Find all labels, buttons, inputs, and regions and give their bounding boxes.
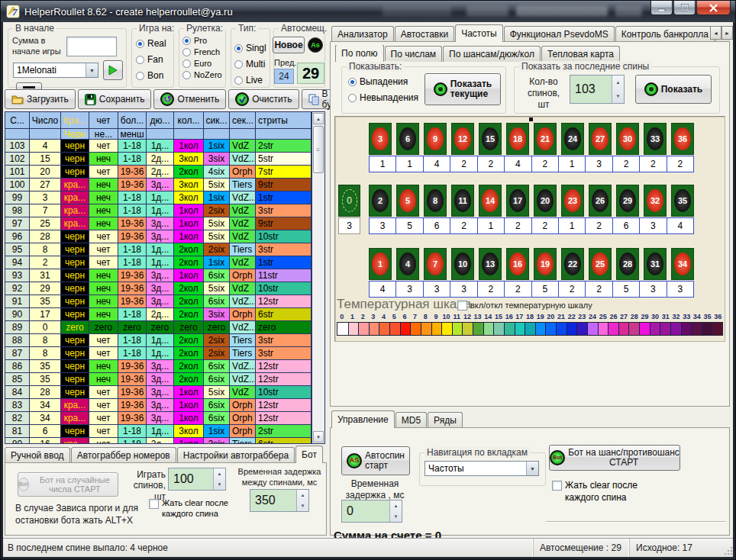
spins-window-spinner[interactable]: 103 ▲▼ xyxy=(570,75,625,104)
table-row[interactable]: 9628чернчет19-363д...1кол5sixVdZ10str xyxy=(5,230,312,243)
temp-scale-checkbox[interactable]: вкл/откл температурную шкалу xyxy=(457,301,592,311)
save-button[interactable]: Сохранить xyxy=(78,89,152,109)
table-row[interactable]: 8635черннеч19-363д...2кол6sixVdZ...12str xyxy=(5,360,312,373)
table-row[interactable]: 10027кра...неч19-363д...3кол5sixTiers9st… xyxy=(5,179,312,191)
bot-clear-checkbox[interactable]: Жать clear послекаждого спина xyxy=(149,498,228,520)
field-count: 4 xyxy=(504,156,531,172)
resize-grip[interactable] xyxy=(723,547,732,556)
start-sum-input[interactable] xyxy=(66,37,117,56)
show-button[interactable]: Показать xyxy=(635,75,712,104)
table-row[interactable]: 9017черннеч1-182д...2кол3sixOrph6str xyxy=(5,308,312,321)
radio-euro[interactable]: Euro xyxy=(182,59,222,68)
radio-multi[interactable]: Multi xyxy=(234,59,266,69)
sub-tab-2[interactable]: По шансам/дюж/кол xyxy=(443,46,541,62)
radio-hits[interactable]: Выпадения xyxy=(348,76,418,87)
main-tab-4[interactable]: Контроль банкролла xyxy=(615,26,715,42)
scrollbar-thumb[interactable]: ≡ xyxy=(313,126,324,173)
table-cell: 19-36 xyxy=(118,179,147,191)
radio-live[interactable]: Live xyxy=(234,75,266,85)
tab-scroll-right-icon[interactable]: ► xyxy=(721,26,733,40)
close-button[interactable] xyxy=(696,1,731,15)
maximize-button[interactable] xyxy=(673,1,696,15)
table-row[interactable]: 8016кра...чет1-182д...1кол3sixTiers6str xyxy=(5,438,312,443)
clear-after-spin-checkbox[interactable]: Жать clear послекаждого спина xyxy=(552,480,638,504)
left-bottom-tab-3[interactable]: Бот xyxy=(295,446,323,463)
table-row[interactable]: 8334кра...чет19-363д...1кол6sixOrph12str xyxy=(5,399,312,412)
temp-scale-label: 33 xyxy=(681,313,692,320)
field-count: 3 xyxy=(667,282,693,297)
sub-tab-3[interactable]: Тепловая карта xyxy=(541,46,620,62)
autospin-start-button[interactable]: AS Автоспинстарт xyxy=(341,446,410,475)
radio-pro[interactable]: Pro xyxy=(182,36,222,45)
bot-random-start-button[interactable]: Bot Бот на случайные числа СТАРТ xyxy=(18,472,118,497)
scroll-up-icon[interactable]: ▲ xyxy=(313,113,324,124)
spin-history-table: С...ЧислоКра...четбол...дю...кол...сик..… xyxy=(5,111,325,444)
profile-combobox[interactable]: 1Melonati ▼ xyxy=(13,63,98,78)
table-cell: 2кол xyxy=(174,282,204,295)
table-row[interactable]: 8234кра...чет19-363д...1кол6sixOrph12str xyxy=(5,412,312,425)
radio-misses[interactable]: Невыпадения xyxy=(348,92,418,103)
table-row[interactable]: 890zerozerozerozerozerozeroVdZ...zero xyxy=(5,321,312,334)
table-header-row-1: С...ЧислоКра...четбол...дю...кол...сик..… xyxy=(5,112,312,129)
table-cell: чет xyxy=(89,140,118,153)
left-bottom-tab-1[interactable]: Автограббер номеров xyxy=(71,447,176,463)
table-row[interactable]: 878чернчет1-181д...2кол2sixTiers3str xyxy=(5,347,312,360)
table-scrollbar[interactable]: ▲ ≡ ▼ xyxy=(312,112,324,443)
radio-real[interactable]: Real xyxy=(136,38,166,49)
table-row[interactable]: 9229черннеч19-363д...2кол5sixVdZ10str xyxy=(5,282,312,295)
spins-count-spinner[interactable]: 100 ▲▼ xyxy=(168,468,226,491)
table-row[interactable]: 993кра...неч1-181д...3кол1sixVdZ...1str xyxy=(5,191,312,204)
table-row[interactable]: 9725кра...неч19-363д...1кол5sixVdZ9str xyxy=(5,217,312,230)
undo-button[interactable]: ↺ Отменить xyxy=(153,89,226,109)
as-icon[interactable]: As xyxy=(308,37,323,53)
clear-button[interactable]: Очистить xyxy=(228,89,299,109)
table-row[interactable]: 10120чернчет19-362д...2кол4sixOrph7str xyxy=(5,166,312,179)
radio-singl[interactable]: Singl xyxy=(234,43,266,53)
table-row[interactable]: 9135черннеч19-363д...2кол6sixVdZ...12str xyxy=(5,295,312,308)
bot-chance-start-button[interactable]: Bot Бот на шанс/противошансСТАРТ xyxy=(549,445,680,471)
nav-combobox[interactable]: Частоты ▼ xyxy=(424,461,539,476)
control-tab-0[interactable]: Управление xyxy=(331,410,395,428)
tab-scroll-left-icon[interactable]: ◄ xyxy=(710,26,721,40)
table-row[interactable]: 958чернчет1-181д...2кол2sixTiers3str xyxy=(5,243,312,256)
left-bottom-tab-2[interactable]: Настройки автограббера xyxy=(177,447,295,463)
main-tab-3[interactable]: Функционал PsevdoMS xyxy=(504,26,615,42)
table-row[interactable]: 816чернчет1-181д...3кол1sixOrph2str xyxy=(5,425,312,438)
control-tab-2[interactable]: Ряды xyxy=(428,412,463,428)
load-button[interactable]: Загрузить xyxy=(5,89,76,109)
bot-delay-spinner[interactable]: 350 ▲▼ xyxy=(250,489,309,512)
play-button[interactable] xyxy=(103,60,123,80)
chevron-down-icon[interactable]: ▼ xyxy=(86,63,98,77)
show-current-button[interactable]: Показатьтекущие xyxy=(424,73,501,105)
minimize-button[interactable] xyxy=(650,1,673,15)
new-autoshift-button[interactable]: Новое xyxy=(273,37,305,53)
field-number-17: 17 xyxy=(506,185,529,217)
chevron-down-icon[interactable]: ▼ xyxy=(526,462,538,475)
sub-tab-0[interactable]: По полю xyxy=(335,45,384,62)
table-row[interactable]: 8428чернчет19-363д...1кол5sixVdZ10str xyxy=(5,386,312,399)
radio-french[interactable]: French xyxy=(182,47,222,56)
field-count: 1 xyxy=(558,156,585,172)
delay-spinner[interactable]: 0 ▲▼ xyxy=(341,500,402,523)
table-row[interactable]: 942чернчет1-181д...2кол1sixVdZ1str xyxy=(5,256,312,269)
main-tab-0[interactable]: Анализатор xyxy=(331,26,394,42)
table-row[interactable]: 888чернчет1-181д...2кол2sixTiers3str xyxy=(5,334,312,347)
radio-nozero[interactable]: NoZero xyxy=(182,70,222,79)
app-icon: 7 xyxy=(6,5,20,18)
table-row[interactable]: 8535черннеч19-363д...2кол6sixVdZ...12str xyxy=(5,373,312,386)
sub-tab-1[interactable]: По числам xyxy=(385,46,443,62)
temp-scale-colors xyxy=(337,322,723,336)
scroll-down-icon[interactable]: ▼ xyxy=(313,431,324,443)
radio-bon[interactable]: Bon xyxy=(136,70,166,81)
spinner-down-icon: ▼ xyxy=(612,89,624,103)
main-tab-2[interactable]: Частоты xyxy=(455,24,503,42)
main-tab-1[interactable]: Автоставки xyxy=(395,26,455,42)
radio-fan[interactable]: Fan xyxy=(136,54,166,65)
table-row[interactable]: 1034чернчет1-181д...1кол1sixVdZ2str xyxy=(5,140,312,153)
table-row[interactable]: 10215черннеч1-182д...3кол3sixVdZ...5str xyxy=(5,153,312,166)
table-row[interactable]: 987кра...неч1-181д...1кол2sixVdZ3str xyxy=(5,204,312,217)
table-row[interactable]: 9331черннеч19-363д...1кол6sixOrph11str xyxy=(5,269,312,282)
control-tab-1[interactable]: MD5 xyxy=(395,412,427,428)
table-header-cell xyxy=(147,129,174,140)
left-bottom-tab-0[interactable]: Ручной ввод xyxy=(5,447,70,463)
